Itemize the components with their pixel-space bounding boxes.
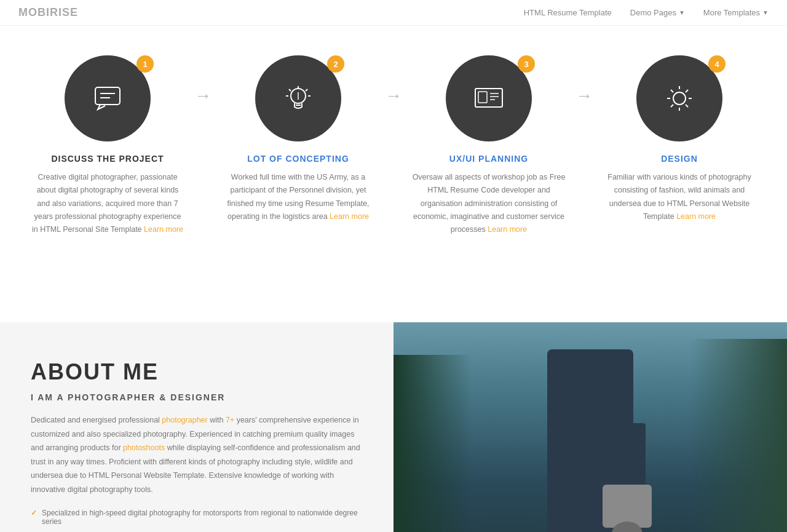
step-3-desc: Oversaw all aspects of workshop job as F… xyxy=(412,171,566,236)
step-1-number: 1 xyxy=(136,55,154,73)
nav-links: HTML Resume Template Demo Pages ▼ More T… xyxy=(524,8,769,17)
step-1-desc: Creative digital photographer, passionat… xyxy=(31,171,184,236)
svg-rect-0 xyxy=(95,87,120,105)
step-1-icon-wrapper: 1 xyxy=(65,55,151,141)
bulb-icon xyxy=(280,80,317,117)
nav-logo: MOBIRISE xyxy=(18,6,78,19)
svg-line-7 xyxy=(306,89,307,91)
photographer-image xyxy=(394,322,787,532)
step-3-icon-wrapper: 3 xyxy=(446,55,532,141)
step-4-desc: Familiar with various kinds of photograp… xyxy=(603,171,756,223)
step-2-number: 2 xyxy=(327,55,344,73)
demo-dropdown-arrow: ▼ xyxy=(679,9,685,16)
step-2-learn-more[interactable]: Learn more xyxy=(330,212,369,221)
templates-dropdown-arrow: ▼ xyxy=(762,9,769,16)
list-item-1: Specialized in high-speed digital photog… xyxy=(31,509,363,526)
step-4-number: 4 xyxy=(708,55,726,73)
about-left: ABOUT ME I AM A PHOTOGRAPHER & DESIGNER … xyxy=(0,322,394,532)
about-list: Specialized in high-speed digital photog… xyxy=(31,509,363,532)
spacer xyxy=(0,273,787,322)
arrow-3: → xyxy=(572,55,596,106)
svg-line-6 xyxy=(289,89,291,91)
photographer-body xyxy=(535,349,646,532)
svg-point-16 xyxy=(673,92,686,105)
navbar: MOBIRISE HTML Resume Template Demo Pages… xyxy=(0,0,787,26)
step-2: 2 LOT OF CONCEPTING Worked full time wit… xyxy=(215,55,381,223)
camera-lens xyxy=(612,522,643,532)
step-3: 3 UX/UI PLANNING Oversaw all aspects of … xyxy=(406,55,572,236)
arrow-1: → xyxy=(191,55,215,106)
about-title: ABOUT ME xyxy=(31,359,363,385)
trees-left xyxy=(394,355,472,532)
nav-link-demo[interactable]: Demo Pages ▼ xyxy=(630,8,685,17)
step-3-learn-more[interactable]: Learn more xyxy=(488,225,527,234)
step-1-learn-more[interactable]: Learn more xyxy=(144,225,183,234)
svg-line-22 xyxy=(686,105,688,107)
about-right xyxy=(394,322,787,532)
step-1-title: DISCUSS THE PROJECT xyxy=(31,154,184,164)
arrow-2: → xyxy=(381,55,406,106)
step-4-learn-more[interactable]: Learn more xyxy=(676,212,716,221)
step-2-title: LOT OF CONCEPTING xyxy=(221,154,375,164)
step-2-icon-wrapper: 2 xyxy=(255,55,341,141)
chat-icon xyxy=(89,80,126,117)
step-4-icon-wrapper: 4 xyxy=(636,55,722,141)
sun-icon xyxy=(661,80,698,117)
process-steps: 1 DISCUSS THE PROJECT Creative digital p… xyxy=(25,55,762,236)
nav-link-resume[interactable]: HTML Resume Template xyxy=(524,8,612,17)
svg-line-24 xyxy=(671,105,673,107)
step-3-title: UX/UI PLANNING xyxy=(412,154,566,164)
step-3-number: 3 xyxy=(518,55,535,73)
step-4: 4 DESIGN Familiar with various kinds of … xyxy=(596,55,762,223)
nav-link-templates[interactable]: More Templates ▼ xyxy=(703,8,769,17)
about-desc: Dedicated and energised professional pho… xyxy=(31,413,363,496)
svg-rect-12 xyxy=(478,92,487,103)
about-subtitle: I AM A PHOTOGRAPHER & DESIGNER xyxy=(31,392,363,402)
svg-line-21 xyxy=(671,90,673,92)
svg-line-23 xyxy=(686,90,688,92)
process-section: 1 DISCUSS THE PROJECT Creative digital p… xyxy=(0,0,787,273)
camera-body xyxy=(603,485,652,528)
trees-right xyxy=(689,339,787,533)
step-4-title: DESIGN xyxy=(603,154,756,164)
step-2-desc: Worked full time with the US Army, as a … xyxy=(221,171,375,223)
screen-icon xyxy=(470,80,507,117)
about-section: ABOUT ME I AM A PHOTOGRAPHER & DESIGNER … xyxy=(0,322,787,532)
step-1: 1 DISCUSS THE PROJECT Creative digital p… xyxy=(25,55,191,236)
